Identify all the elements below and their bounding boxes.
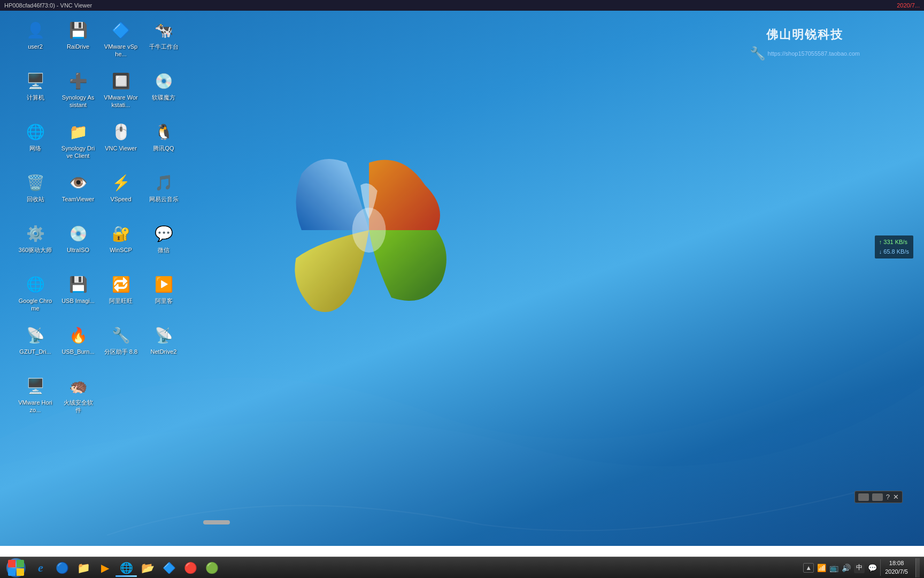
icon-label-vmware-workstation: VMware Workstati...	[104, 94, 138, 109]
clock-date: 2020/7/5	[885, 568, 908, 576]
company-url: https://shop157055587.taobao.com	[768, 50, 860, 57]
desktop-icon-vspeed[interactable]: ⚡VSpeed	[102, 169, 140, 206]
icon-image-computer: 🖥️	[25, 70, 46, 92]
desktop-icon-qiniu[interactable]: 🐄千牛工作台	[144, 16, 183, 54]
desktop-icon-teamviewer[interactable]: 👁️TeamViewer	[59, 169, 97, 206]
desktop-icons-grid: 👤user2💾RaiDrive🔷VMware vSphe...🐄千牛工作台🖥️计…	[16, 16, 184, 420]
desktop-icon-vmware-workstation[interactable]: 🔲VMware Workstati...	[102, 67, 140, 112]
icon-image-google-chrome: 🌐	[25, 273, 46, 295]
show-desktop-button[interactable]	[915, 558, 920, 577]
download-speed: ↓ 65.8 KB/s	[879, 247, 909, 257]
desktop-icon-vmware-vsphere[interactable]: 🔷VMware vSphe...	[102, 16, 140, 62]
icon-label-google-chrome: Google Chrome	[18, 297, 52, 313]
windows-flag-icon	[8, 560, 24, 576]
desktop-icon-user2[interactable]: 👤user2	[16, 16, 55, 54]
network-tray-icon[interactable]: 📶	[817, 564, 826, 572]
desktop-icon-usb-burn[interactable]: 🔥USB_Burn...	[59, 321, 97, 359]
desktop-icon-tencent-qq[interactable]: 🐧腾讯QQ	[144, 118, 183, 155]
icon-label-vmware-vsphere: VMware vSphe...	[104, 43, 138, 58]
360se-taskbar-icon[interactable]: 🔵	[51, 558, 73, 578]
desktop-icon-synology-assistant[interactable]: ➕Synology Assistant	[59, 67, 97, 112]
titlebar-text: HP008cfad46f73:0) - VNC Viewer	[4, 2, 92, 9]
icon-image-teamviewer: 👁️	[67, 172, 89, 193]
company-watermark: 佛山明锐科技 🔧 https://shop157055587.taobao.co…	[750, 27, 860, 61]
desktop-icon-gzut-drive[interactable]: 📡GZUT_Dri...	[16, 321, 55, 359]
icon-image-360-driver: ⚙️	[25, 223, 46, 244]
toolbar-close-btn[interactable]: ✕	[893, 493, 899, 501]
icon-image-synology-assistant: ➕	[67, 70, 89, 92]
icon-image-gzut-drive: 📡	[25, 324, 46, 346]
small-toolbar[interactable]: ? ✕	[854, 491, 903, 503]
desktop-icon-recycle-bin[interactable]: 🗑️回收站	[16, 169, 55, 206]
icon-label-migrate: 阿里旺旺	[109, 297, 133, 305]
desktop-icon-softmagic[interactable]: 💿软碟魔方	[144, 67, 183, 104]
icon-image-huocheng: 🦔	[67, 375, 89, 397]
im-tray-icon[interactable]: 💬	[868, 564, 877, 572]
icon-label-raidrive: RaiDrive	[67, 43, 89, 50]
desktop-icon-wechat[interactable]: 💬微信	[144, 219, 183, 257]
icon-image-tencent-qq: 🐧	[153, 121, 174, 142]
icon-image-vmware-horizon: 🖥️	[25, 375, 46, 397]
green-app-taskbar-icon[interactable]: 🟢	[201, 558, 222, 578]
ie-taskbar-icon[interactable]: e	[30, 558, 51, 578]
desktop-icon-vnc-viewer[interactable]: 🖱️VNC Viewer	[102, 118, 140, 155]
icon-label-vspeed: VSpeed	[110, 195, 131, 203]
icon-label-netdrive2: NetDrive2	[151, 348, 177, 355]
icon-label-vnc-viewer: VNC Viewer	[105, 144, 137, 152]
desktop-icon-raidrive[interactable]: 💾RaiDrive	[59, 16, 97, 54]
desktop-icon-synology-drive[interactable]: 📁Synology Drive Client	[59, 118, 97, 163]
icon-label-softmagic: 软碟魔方	[152, 94, 175, 101]
media-player-taskbar-icon[interactable]: ▶	[94, 558, 116, 578]
desktop-icon-partition-tool[interactable]: 🔧分区助手 8.8	[102, 321, 140, 359]
icon-label-360-driver: 360驱动大师	[19, 246, 52, 254]
file-manager-taskbar-icon[interactable]: 📂	[137, 558, 158, 578]
system-tray: ▲ 📶 📺 🔊 中 💬 18:08 2020/7/5	[803, 558, 924, 577]
icon-label-user2: user2	[28, 43, 43, 50]
desktop-icon-netdrive2[interactable]: 📡NetDrive2	[144, 321, 183, 359]
desktop-icon-aligenie[interactable]: ▶️阿里客	[144, 270, 183, 308]
upload-speed: ↑ 331 KB/s	[879, 238, 909, 247]
desktop-icon-360-driver[interactable]: ⚙️360驱动大师	[16, 219, 55, 257]
company-name: 佛山明锐科技	[750, 27, 860, 43]
icon-image-vnc-viewer: 🖱️	[110, 121, 132, 142]
icon-image-synology-drive: 📁	[67, 121, 89, 142]
icon-label-vmware-horizon: VMware Horizo...	[18, 399, 52, 414]
desktop-icon-usb-image[interactable]: 💾USB Imagi...	[59, 270, 97, 308]
toolbar-btn-2[interactable]	[872, 493, 883, 501]
desktop-icon-network[interactable]: 🌐网络	[16, 118, 55, 155]
file-explorer-taskbar-icon[interactable]: 📁	[73, 558, 94, 578]
desktop-icon-winscp[interactable]: 🔐WinSCP	[102, 219, 140, 257]
desktop-scrollbar[interactable]	[203, 520, 230, 524]
desktop-icon-computer[interactable]: 🖥️计算机	[16, 67, 55, 104]
icon-label-qiniu: 千牛工作台	[149, 43, 179, 50]
icon-image-winscp: 🔐	[110, 223, 132, 244]
titlebar-date: 2020/7...	[897, 2, 920, 9]
desktop-icon-huocheng[interactable]: 🦔火绒安全软件	[59, 372, 97, 417]
desktop-icon-netease-music[interactable]: 🎵网易云音乐	[144, 169, 183, 206]
language-indicator[interactable]: 中	[854, 562, 865, 573]
desktop: 佛山明锐科技 🔧 https://shop157055587.taobao.co…	[0, 11, 924, 546]
desktop-icon-migrate[interactable]: 🔁阿里旺旺	[102, 270, 140, 308]
start-button[interactable]	[2, 558, 30, 578]
display-tray-icon[interactable]: 📺	[829, 564, 838, 572]
chrome-taskbar-icon[interactable]: 🌐	[116, 558, 137, 578]
icon-image-recycle-bin: 🗑️	[25, 172, 46, 193]
system-clock[interactable]: 18:08 2020/7/5	[880, 559, 912, 576]
network-speed-widget: ↑ 331 KB/s ↓ 65.8 KB/s	[875, 235, 913, 258]
volume-tray-icon[interactable]: 🔊	[842, 564, 851, 572]
desktop-icon-vmware-horizon[interactable]: 🖥️VMware Horizo...	[16, 372, 55, 417]
red-app-taskbar-icon[interactable]: 🔴	[180, 558, 201, 578]
tray-expand-button[interactable]: ▲	[803, 563, 814, 573]
toolbar-btn-1[interactable]	[858, 493, 869, 501]
icon-image-usb-image: 💾	[67, 273, 89, 295]
desktop-icon-ultraiso[interactable]: 💿UltraISO	[59, 219, 97, 257]
company-logo-icon: 🔧	[750, 46, 766, 61]
toolbar-help-btn[interactable]: ?	[886, 493, 890, 501]
icon-image-vspeed: ⚡	[110, 172, 132, 193]
icon-image-aligenie: ▶️	[153, 273, 174, 295]
desktop-icon-google-chrome[interactable]: 🌐Google Chrome	[16, 270, 55, 316]
icon-label-computer: 计算机	[27, 94, 44, 101]
blue-app-taskbar-icon[interactable]: 🔷	[158, 558, 180, 578]
icon-label-wechat: 微信	[158, 246, 170, 254]
icon-label-network: 网络	[29, 144, 41, 152]
